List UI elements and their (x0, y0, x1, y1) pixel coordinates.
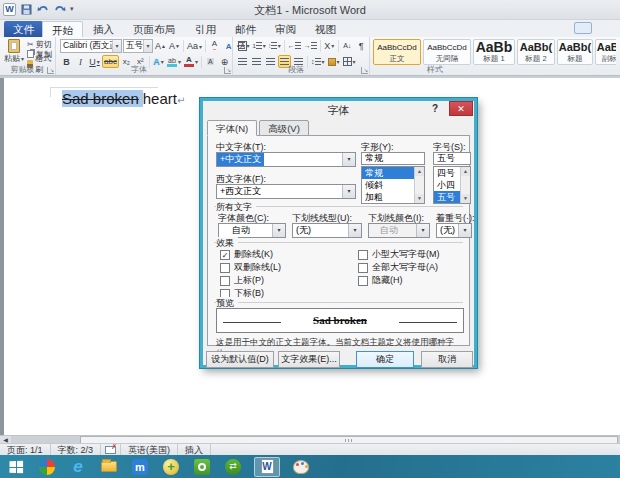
refresh-arrows-icon: ⇄ (225, 459, 241, 475)
font-style-textbox[interactable]: 常规 (361, 152, 425, 165)
dialog-tabs: 字体(N) 高级(V) (207, 120, 311, 136)
style-heading2[interactable]: AaBb( 标题 2 (517, 39, 555, 65)
style-subtitle[interactable]: AaBb( 副标题 (595, 39, 616, 65)
font-dialog-launcher[interactable]: ↘ (224, 67, 231, 74)
scroll-up-icon[interactable]: ▲ (461, 167, 470, 176)
checkbox-checked-icon[interactable]: ✓ (220, 250, 230, 260)
selected-strikethrough-text[interactable]: Sad broken (62, 90, 143, 107)
dialog-close-button[interactable]: ✕ (449, 101, 473, 116)
cut-button[interactable]: ✂剪切 (27, 39, 54, 49)
cancel-button[interactable]: 取消 (421, 351, 473, 368)
font-size-textbox[interactable]: 五号 (433, 152, 471, 165)
paragraph-dialog-launcher[interactable]: ↘ (361, 67, 368, 74)
style-normal[interactable]: AaBbCcDd 正文 (373, 39, 421, 65)
grow-font-button[interactable]: A▲ (154, 40, 167, 53)
checkbox-icon[interactable] (358, 276, 368, 286)
decrease-indent-button[interactable]: ← (287, 39, 302, 52)
style-title[interactable]: AaBb( 标题 (557, 39, 593, 65)
taskbar: e m + ⇄ W (0, 455, 620, 478)
chevron-down-icon[interactable]: ▾ (458, 224, 471, 237)
paint-app-button[interactable] (291, 458, 311, 476)
file-explorer-button[interactable] (99, 458, 119, 476)
tab-references[interactable]: 引用 (186, 21, 225, 37)
scrollbar[interactable]: ▲▼ (460, 167, 470, 203)
change-case-button[interactable]: Aa▾ (186, 40, 203, 53)
clipboard-dialog-launcher[interactable]: ↘ (47, 67, 54, 74)
bullets-button[interactable]: •▾ (236, 39, 250, 52)
yellow-globe-app-button[interactable]: + (161, 458, 181, 476)
double-strikethrough-checkbox-row[interactable]: 双删除线(L) (220, 261, 281, 274)
style-heading1[interactable]: AaBb 标题 1 (473, 39, 515, 65)
tab-review[interactable]: 审阅 (266, 21, 305, 37)
show-hide-marks-button[interactable]: ¶ (355, 39, 368, 52)
increase-indent-button[interactable]: → (303, 39, 318, 52)
tab-file[interactable]: 文件 (4, 21, 43, 37)
active-app-frame: W (254, 457, 280, 477)
emphasis-mark-combobox[interactable]: (无) ▾ (436, 223, 472, 238)
ok-button[interactable]: 确定 (356, 351, 414, 368)
tab-insert[interactable]: 插入 (84, 21, 123, 37)
font-size-listbox[interactable]: 四号 小四 五号 ▲▼ (433, 166, 471, 204)
style-no-spacing[interactable]: AaBbCcDd 无间隔 (423, 39, 471, 65)
word-taskbar-button[interactable]: W (254, 458, 280, 476)
proofing-status-icon[interactable] (105, 446, 116, 454)
internet-explorer-button[interactable]: e (68, 458, 88, 476)
font-name-combobox[interactable]: Calibri (西文正▾ (60, 39, 122, 53)
document-text-line[interactable]: Sad brokenheart↵ (62, 90, 185, 107)
tab-page-layout[interactable]: 页面布局 (124, 21, 184, 37)
checkbox-icon[interactable] (358, 250, 368, 260)
maxthon-browser-button[interactable]: m (130, 458, 150, 476)
shrink-font-button[interactable]: A▼ (168, 40, 181, 53)
language-indicator[interactable]: 英语(美国) (120, 444, 178, 456)
scroll-down-icon[interactable]: ▼ (415, 194, 424, 203)
multilevel-list-button[interactable]: ⁝▾ (268, 39, 282, 52)
checkbox-icon[interactable] (220, 276, 230, 286)
all-caps-checkbox-row[interactable]: 全部大写字母(A) (358, 261, 438, 274)
pinwheel-browser-button[interactable] (37, 458, 57, 476)
checkbox-icon[interactable] (220, 263, 230, 273)
partial-toolbar-button[interactable] (574, 22, 592, 34)
folder-icon (101, 461, 117, 472)
chevron-down-icon[interactable]: ▾ (342, 153, 355, 166)
tab-mailings[interactable]: 邮件 (226, 21, 265, 37)
hidden-checkbox-row[interactable]: 隐藏(H) (358, 274, 403, 287)
numbering-button[interactable]: 1▾ (251, 39, 266, 52)
maxthon-m-icon: m (132, 459, 148, 475)
tab-home[interactable]: 开始 (42, 21, 83, 37)
green-ring-icon (194, 459, 210, 475)
set-default-button[interactable]: 设为默认值(D) (206, 351, 274, 368)
insert-mode-indicator[interactable]: 插入 (178, 444, 211, 456)
superscript-checkbox-row[interactable]: 上标(P) (220, 274, 264, 287)
sort-button[interactable]: A↓ (341, 39, 354, 52)
document-text[interactable]: heart (143, 90, 177, 107)
chinese-font-combobox[interactable]: +中文正文 ▾ (216, 152, 356, 167)
page-indicator[interactable]: 页面: 1/1 (0, 444, 51, 456)
font-style-listbox[interactable]: 常规 倾斜 加粗 ▲▼ (361, 166, 425, 204)
chevron-down-icon[interactable]: ▾ (342, 185, 355, 198)
scroll-down-icon[interactable]: ▼ (461, 194, 470, 203)
green-square-app-button[interactable] (192, 458, 212, 476)
scroll-up-icon[interactable]: ▲ (415, 167, 424, 176)
checkbox-icon[interactable] (358, 263, 368, 273)
asian-layout-button[interactable]: X▾ (323, 39, 336, 52)
font-size-combobox[interactable]: 五号▾ (123, 39, 153, 53)
tab-view[interactable]: 视图 (306, 21, 345, 37)
small-caps-checkbox-row[interactable]: 小型大写字母(M) (358, 248, 440, 261)
horizontal-scrollbar[interactable]: ◀ (0, 435, 620, 443)
dialog-tab-font[interactable]: 字体(N) (207, 120, 257, 136)
strikethrough-checkbox-row[interactable]: ✓删除线(K) (220, 248, 273, 261)
chevron-down-icon[interactable]: ▾ (272, 224, 285, 237)
dialog-tab-advanced[interactable]: 高级(V) (259, 120, 309, 136)
underline-style-combobox[interactable]: (无) ▾ (292, 223, 362, 238)
dialog-help-button[interactable]: ? (428, 103, 442, 117)
scrollbar[interactable]: ▲▼ (414, 167, 424, 203)
text-effects-button[interactable]: 文字效果(E)... (278, 351, 340, 368)
word-count-indicator[interactable]: 字数: 2/3 (51, 444, 102, 456)
phonetic-guide-button[interactable]: A~ (208, 40, 221, 53)
windows-logo-icon (9, 460, 23, 473)
western-font-combobox[interactable]: +西文正文 ▾ (216, 184, 356, 199)
font-color-combobox[interactable]: 自动 ▾ (218, 223, 286, 238)
green-circle-app-button[interactable]: ⇄ (223, 458, 243, 476)
chevron-down-icon[interactable]: ▾ (348, 224, 361, 237)
start-button[interactable] (6, 458, 26, 476)
